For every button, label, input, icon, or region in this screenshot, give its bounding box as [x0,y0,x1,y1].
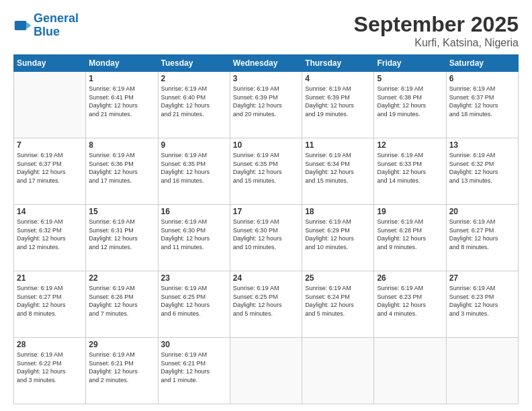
title-block: September 2025 Kurfi, Katsina, Nigeria [354,12,519,49]
col-thursday: Thursday [302,55,374,72]
table-row: 9Sunrise: 6:19 AM Sunset: 6:35 PM Daylig… [158,138,230,205]
col-wednesday: Wednesday [230,55,302,72]
table-row: 15Sunrise: 6:19 AM Sunset: 6:31 PM Dayli… [86,205,158,271]
calendar: Sunday Monday Tuesday Wednesday Thursday… [13,54,519,404]
day-number: 29 [89,340,154,349]
col-sunday: Sunday [14,55,86,72]
table-row [374,338,446,404]
day-number: 21 [17,273,83,283]
calendar-week-1: 1Sunrise: 6:19 AM Sunset: 6:41 PM Daylig… [14,72,519,138]
day-number: 7 [17,140,83,150]
location-title: Kurfi, Katsina, Nigeria [354,37,519,49]
table-row: 17Sunrise: 6:19 AM Sunset: 6:30 PM Dayli… [230,205,302,271]
svg-rect-0 [15,21,27,30]
calendar-week-5: 28Sunrise: 6:19 AM Sunset: 6:22 PM Dayli… [14,338,519,404]
logo-line1: General [34,11,79,25]
table-row [14,72,86,138]
day-info: Sunrise: 6:19 AM Sunset: 6:27 PM Dayligh… [449,218,515,251]
table-row: 8Sunrise: 6:19 AM Sunset: 6:36 PM Daylig… [86,138,158,205]
day-info: Sunrise: 6:19 AM Sunset: 6:31 PM Dayligh… [89,218,154,251]
logo-text: General Blue [34,12,79,39]
day-number: 3 [233,74,299,83]
calendar-header: Sunday Monday Tuesday Wednesday Thursday… [14,55,519,72]
table-row: 6Sunrise: 6:19 AM Sunset: 6:37 PM Daylig… [446,72,518,138]
day-info: Sunrise: 6:19 AM Sunset: 6:41 PM Dayligh… [89,85,154,118]
table-row: 28Sunrise: 6:19 AM Sunset: 6:22 PM Dayli… [14,338,86,404]
day-number: 18 [305,207,371,216]
day-info: Sunrise: 6:19 AM Sunset: 6:21 PM Dayligh… [89,351,154,384]
table-row: 7Sunrise: 6:19 AM Sunset: 6:37 PM Daylig… [14,138,86,205]
day-info: Sunrise: 6:19 AM Sunset: 6:40 PM Dayligh… [161,85,227,118]
calendar-week-3: 14Sunrise: 6:19 AM Sunset: 6:32 PM Dayli… [14,205,519,271]
day-number: 10 [233,140,299,150]
day-info: Sunrise: 6:19 AM Sunset: 6:34 PM Dayligh… [305,151,371,185]
header-row: Sunday Monday Tuesday Wednesday Thursday… [14,55,519,72]
day-number: 11 [305,140,371,150]
day-info: Sunrise: 6:19 AM Sunset: 6:27 PM Dayligh… [17,284,83,318]
day-info: Sunrise: 6:19 AM Sunset: 6:30 PM Dayligh… [233,218,299,251]
day-info: Sunrise: 6:19 AM Sunset: 6:23 PM Dayligh… [449,284,515,318]
day-info: Sunrise: 6:19 AM Sunset: 6:29 PM Dayligh… [305,218,371,251]
day-number: 2 [161,74,227,83]
day-info: Sunrise: 6:19 AM Sunset: 6:26 PM Dayligh… [89,284,154,318]
col-friday: Friday [374,55,446,72]
table-row [230,338,302,404]
logo: General Blue [13,12,79,39]
day-info: Sunrise: 6:19 AM Sunset: 6:32 PM Dayligh… [17,218,83,251]
day-info: Sunrise: 6:19 AM Sunset: 6:36 PM Dayligh… [89,151,154,185]
day-info: Sunrise: 6:19 AM Sunset: 6:32 PM Dayligh… [449,151,515,185]
table-row: 23Sunrise: 6:19 AM Sunset: 6:25 PM Dayli… [158,271,230,338]
day-info: Sunrise: 6:19 AM Sunset: 6:23 PM Dayligh… [377,284,443,318]
day-number: 19 [377,207,443,216]
table-row: 16Sunrise: 6:19 AM Sunset: 6:30 PM Dayli… [158,205,230,271]
page: General Blue September 2025 Kurfi, Katsi… [0,0,532,411]
table-row: 4Sunrise: 6:19 AM Sunset: 6:39 PM Daylig… [302,72,374,138]
day-info: Sunrise: 6:19 AM Sunset: 6:35 PM Dayligh… [233,151,299,185]
day-number: 8 [89,140,154,150]
day-info: Sunrise: 6:19 AM Sunset: 6:35 PM Dayligh… [161,151,227,185]
day-info: Sunrise: 6:19 AM Sunset: 6:24 PM Dayligh… [305,284,371,318]
day-number: 12 [377,140,443,150]
day-info: Sunrise: 6:19 AM Sunset: 6:39 PM Dayligh… [305,85,371,118]
day-number: 28 [17,340,83,349]
svg-marker-1 [26,22,31,30]
day-number: 24 [233,273,299,283]
day-number: 25 [305,273,371,283]
col-saturday: Saturday [446,55,518,72]
day-number: 6 [449,74,515,83]
month-title: September 2025 [354,12,519,37]
day-info: Sunrise: 6:19 AM Sunset: 6:38 PM Dayligh… [377,85,443,118]
calendar-week-4: 21Sunrise: 6:19 AM Sunset: 6:27 PM Dayli… [14,271,519,338]
logo-icon [13,16,32,35]
day-number: 15 [89,207,154,216]
table-row: 14Sunrise: 6:19 AM Sunset: 6:32 PM Dayli… [14,205,86,271]
header: General Blue September 2025 Kurfi, Katsi… [13,12,519,49]
table-row: 11Sunrise: 6:19 AM Sunset: 6:34 PM Dayli… [302,138,374,205]
day-info: Sunrise: 6:19 AM Sunset: 6:33 PM Dayligh… [377,151,443,185]
day-number: 22 [89,273,154,283]
day-number: 23 [161,273,227,283]
day-info: Sunrise: 6:19 AM Sunset: 6:25 PM Dayligh… [161,284,227,318]
day-number: 17 [233,207,299,216]
col-tuesday: Tuesday [158,55,230,72]
day-info: Sunrise: 6:19 AM Sunset: 6:28 PM Dayligh… [377,218,443,251]
day-number: 27 [449,273,515,283]
table-row: 19Sunrise: 6:19 AM Sunset: 6:28 PM Dayli… [374,205,446,271]
table-row: 1Sunrise: 6:19 AM Sunset: 6:41 PM Daylig… [86,72,158,138]
table-row: 5Sunrise: 6:19 AM Sunset: 6:38 PM Daylig… [374,72,446,138]
table-row: 24Sunrise: 6:19 AM Sunset: 6:25 PM Dayli… [230,271,302,338]
day-number: 26 [377,273,443,283]
day-info: Sunrise: 6:19 AM Sunset: 6:39 PM Dayligh… [233,85,299,118]
table-row: 21Sunrise: 6:19 AM Sunset: 6:27 PM Dayli… [14,271,86,338]
table-row: 2Sunrise: 6:19 AM Sunset: 6:40 PM Daylig… [158,72,230,138]
calendar-body: 1Sunrise: 6:19 AM Sunset: 6:41 PM Daylig… [14,72,519,404]
day-number: 30 [161,340,227,349]
table-row: 22Sunrise: 6:19 AM Sunset: 6:26 PM Dayli… [86,271,158,338]
table-row: 30Sunrise: 6:19 AM Sunset: 6:21 PM Dayli… [158,338,230,404]
day-number: 20 [449,207,515,216]
table-row: 12Sunrise: 6:19 AM Sunset: 6:33 PM Dayli… [374,138,446,205]
day-info: Sunrise: 6:19 AM Sunset: 6:37 PM Dayligh… [449,85,515,118]
table-row: 3Sunrise: 6:19 AM Sunset: 6:39 PM Daylig… [230,72,302,138]
day-number: 5 [377,74,443,83]
day-number: 14 [17,207,83,216]
